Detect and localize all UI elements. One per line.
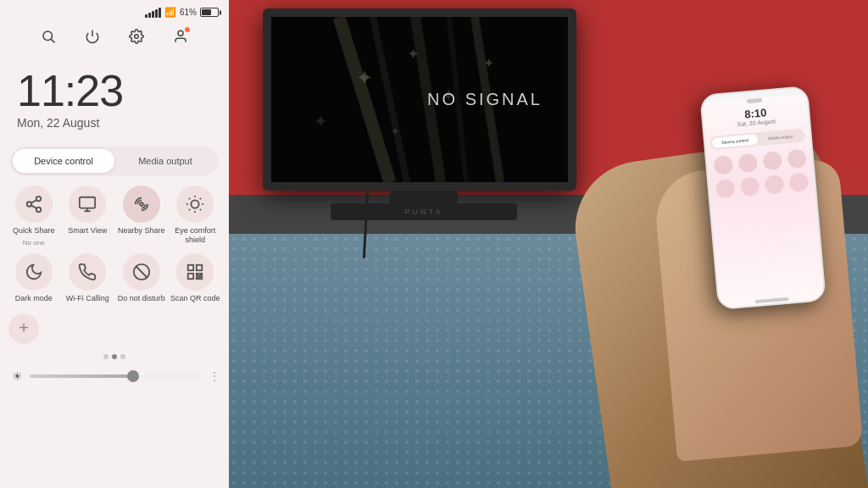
- svg-rect-41: [197, 274, 199, 276]
- svg-point-26: [140, 202, 143, 206]
- phone-media-output-tab: Media output: [757, 130, 804, 145]
- tv-frame: ✦ ✦ ✦ ✦ ✦ ✦ NO SIGNAL: [263, 8, 576, 191]
- settings-button[interactable]: [125, 25, 148, 48]
- svg-text:✦: ✦: [314, 112, 328, 130]
- battery-percent: 61%: [180, 8, 197, 17]
- scan-qr-icon: [176, 253, 214, 291]
- brightness-control: ☀ ⋮: [0, 366, 229, 386]
- do-not-disturb-tile[interactable]: Do not disturb: [116, 253, 167, 303]
- svg-point-16: [135, 35, 139, 39]
- svg-rect-44: [200, 276, 203, 279]
- media-output-tab[interactable]: Media output: [114, 149, 216, 173]
- dnd-icon: [123, 253, 160, 291]
- tv-screen: ✦ ✦ ✦ ✦ ✦ ✦ NO SIGNAL: [271, 17, 568, 182]
- user-button[interactable]: [169, 25, 192, 48]
- quick-share-label: Quick Share: [13, 226, 55, 236]
- svg-line-14: [51, 39, 54, 42]
- eye-comfort-label: Eye comfort shield: [170, 226, 221, 245]
- clock-date: Mon, 22 August: [17, 116, 212, 130]
- svg-text:✦: ✦: [483, 56, 494, 70]
- wifi-status-icon: 📶: [164, 7, 176, 18]
- quick-settings-row2: Dark mode Wi-Fi Calling Do not disturb: [0, 253, 229, 310]
- quick-share-sublabel: No one: [23, 239, 45, 247]
- page-dot-3: [120, 354, 125, 359]
- wifi-calling-tile[interactable]: Wi-Fi Calling: [63, 253, 114, 303]
- eye-comfort-icon: [176, 186, 214, 223]
- battery-icon: [200, 8, 219, 17]
- control-tabs: Device control Media output: [10, 147, 219, 175]
- power-button[interactable]: [81, 25, 104, 48]
- svg-text:✦: ✦: [407, 46, 420, 63]
- quick-settings-panel: 📶 61%: [0, 0, 229, 488]
- nearby-share-label: Nearby Share: [118, 226, 165, 236]
- wifi-calling-label: Wi-Fi Calling: [66, 294, 109, 303]
- svg-rect-42: [201, 274, 203, 275]
- smart-view-label: Smart View: [68, 226, 107, 236]
- svg-line-34: [189, 209, 190, 210]
- nearby-share-tile[interactable]: Nearby Share: [116, 186, 167, 247]
- svg-rect-23: [80, 197, 95, 208]
- signal-icon: [145, 8, 161, 18]
- nearby-share-icon: [123, 186, 160, 223]
- page-dot-2: [112, 354, 117, 359]
- page-indicator: [0, 347, 229, 366]
- brightness-thumb[interactable]: [127, 370, 139, 382]
- phone-device: 8:10 Sat, 20 August Device control Media…: [699, 86, 826, 310]
- no-signal-label: NO SIGNAL: [427, 90, 542, 109]
- brightness-icon: ☀: [12, 369, 23, 383]
- quick-share-icon: [15, 186, 53, 223]
- clock-time: 11:23: [17, 69, 212, 113]
- dark-mode-label: Dark mode: [15, 294, 53, 303]
- status-bar: 📶 61%: [0, 0, 229, 21]
- top-icons-row: [0, 21, 229, 55]
- quick-share-tile[interactable]: Quick Share No one: [8, 186, 59, 247]
- scan-qr-tile[interactable]: Scan QR code: [170, 253, 221, 303]
- dnd-label: Do not disturb: [118, 294, 165, 303]
- svg-point-18: [36, 197, 42, 202]
- scan-qr-label: Scan QR code: [170, 294, 220, 303]
- search-button[interactable]: [36, 25, 60, 48]
- svg-rect-39: [197, 265, 202, 270]
- add-tile-button[interactable]: +: [8, 313, 39, 344]
- brightness-slider[interactable]: [30, 374, 202, 378]
- svg-point-19: [27, 202, 32, 207]
- clock-area: 11:23 Mon, 22 August: [0, 55, 229, 133]
- svg-text:✦: ✦: [390, 125, 400, 138]
- quick-settings-row1: Quick Share No one Smart View: [0, 175, 229, 253]
- svg-line-31: [200, 209, 201, 210]
- svg-rect-40: [188, 274, 193, 279]
- svg-line-30: [189, 198, 190, 199]
- eye-comfort-tile[interactable]: Eye comfort shield: [170, 186, 221, 247]
- svg-line-22: [31, 200, 36, 203]
- add-button-area: +: [0, 310, 229, 347]
- svg-line-37: [136, 266, 147, 277]
- svg-rect-43: [197, 277, 198, 279]
- phone-device-control-tab: Device control: [712, 134, 759, 148]
- device-control-tab[interactable]: Device control: [13, 149, 114, 173]
- svg-line-35: [200, 198, 201, 199]
- dark-mode-tile[interactable]: Dark mode: [8, 253, 59, 303]
- svg-point-27: [192, 200, 199, 208]
- svg-rect-38: [188, 265, 193, 270]
- svg-point-20: [36, 208, 42, 213]
- page-dot-1: [103, 354, 108, 359]
- smart-view-tile[interactable]: Smart View: [63, 186, 114, 247]
- wifi-calling-icon: [69, 253, 106, 291]
- svg-line-21: [31, 205, 36, 208]
- svg-point-17: [178, 30, 183, 36]
- brightness-more-icon[interactable]: ⋮: [209, 369, 220, 383]
- svg-point-13: [43, 31, 53, 41]
- svg-text:✦: ✦: [356, 66, 373, 89]
- dark-mode-icon: [15, 253, 53, 291]
- svg-line-0: [339, 17, 390, 182]
- hand-holding-phone: 8:10 Sat, 20 August Device control Media…: [597, 64, 868, 488]
- smart-view-icon: [69, 186, 106, 223]
